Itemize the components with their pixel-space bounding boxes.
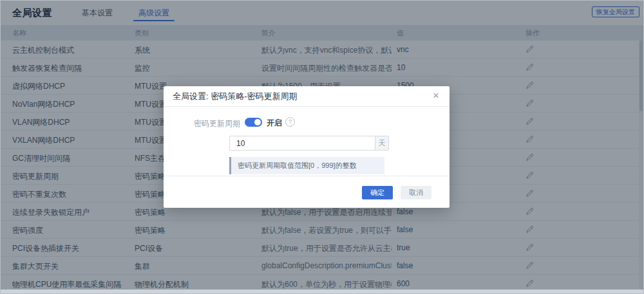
period-value-input[interactable] [229,136,375,151]
confirm-button[interactable]: 确定 [362,186,393,199]
toggle-field-row: 密码更新周期 开启 ? [164,117,450,127]
hint-box: 密码更新周期取值范围[0，999]的整数 [229,157,384,174]
password-update-period-dialog: 全局设置: 密码策略-密码更新周期 ✕ 密码更新周期 开启 ? 天 密码更新周期… [164,86,450,208]
close-icon[interactable]: ✕ [430,90,442,102]
hint-text: 密码更新周期取值范围[0，999]的整数 [238,161,357,170]
cancel-button[interactable]: 取消 [401,186,431,199]
dialog-header: 全局设置: 密码策略-密码更新周期 ✕ [164,86,450,107]
window-bottom-edge [1,289,643,293]
help-icon[interactable]: ? [285,117,295,127]
dialog-footer: 确定 取消 [164,176,450,208]
dialog-title: 全局设置: 密码策略-密码更新周期 [173,91,298,102]
dialog-body: 密码更新周期 开启 ? 天 密码更新周期取值范围[0，999]的整数 [164,107,450,176]
password-period-toggle[interactable] [245,118,262,127]
field-label: 密码更新周期 [164,118,240,129]
unit-addon: 天 [375,136,389,151]
global-settings-window: 全局设置 基本设置 高级设置 恢复全局设置 名称 类别 简介 值 操作 云主机控… [0,0,644,294]
period-input-group: 天 [229,136,389,151]
toggle-state-label: 开启 [267,118,282,129]
